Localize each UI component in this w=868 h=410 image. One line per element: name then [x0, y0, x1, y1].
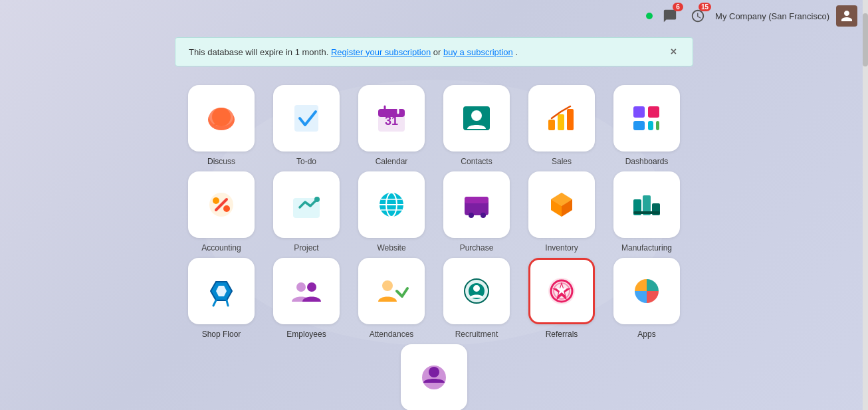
attendances-icon: [373, 272, 410, 310]
user-avatar[interactable]: [836, 5, 857, 27]
svg-rect-41: [633, 211, 660, 214]
calendar-icon: 31: [373, 100, 410, 137]
app-apps[interactable]: Apps: [607, 258, 687, 339]
app-partial[interactable]: [394, 344, 474, 410]
accounting-label: Accounting: [201, 243, 241, 253]
svg-point-21: [213, 197, 219, 204]
svg-point-24: [314, 197, 320, 202]
manufacturing-label: Manufacturing: [621, 243, 672, 253]
discuss-label: Discuss: [207, 157, 235, 166]
purchase-icon-wrapper: [443, 171, 510, 238]
svg-point-58: [429, 367, 439, 377]
app-row-1: Discuss To-do 31 Calendar: [181, 85, 687, 166]
inventory-icon-wrapper: [528, 171, 595, 238]
employees-icon: [288, 272, 325, 310]
project-icon: [288, 186, 325, 223]
discuss-icon: [203, 100, 240, 137]
project-icon-wrapper: [273, 171, 340, 238]
app-accounting[interactable]: Accounting: [181, 171, 261, 253]
apps-label: Apps: [637, 330, 655, 339]
dashboards-icon: [628, 100, 665, 137]
app-employees[interactable]: Employees: [267, 258, 346, 339]
svg-point-46: [307, 282, 316, 292]
todo-icon: [288, 100, 325, 137]
app-calendar[interactable]: 31 Calendar: [352, 85, 431, 166]
app-grid: Discuss To-do 31 Calendar: [0, 72, 868, 410]
accounting-icon: [203, 186, 240, 223]
app-row-3: Shop Floor Employees Atte: [181, 258, 687, 339]
website-icon: [373, 186, 410, 223]
status-indicator: [646, 13, 653, 19]
app-referrals[interactable]: Referrals: [522, 258, 601, 339]
app-project[interactable]: Project: [267, 171, 346, 253]
svg-rect-16: [633, 121, 645, 130]
banner-period: .: [515, 47, 518, 57]
topbar-icons: 6 15 My Company (San Francisco): [646, 5, 857, 27]
app-inventory[interactable]: Inventory: [522, 171, 601, 253]
app-dashboards[interactable]: Dashboards: [607, 85, 687, 166]
contacts-icon-wrapper: [443, 85, 510, 152]
dashboards-icon-wrapper: [613, 85, 680, 152]
employees-icon-wrapper: [273, 258, 340, 324]
svg-rect-11: [548, 120, 555, 130]
shopfloor-icon-wrapper: [188, 258, 255, 324]
svg-point-22: [223, 205, 230, 212]
calendar-label: Calendar: [376, 157, 408, 166]
website-icon-wrapper: [358, 171, 425, 238]
company-name: My Company (San Francisco): [715, 11, 829, 21]
partial-icon-wrapper: [401, 344, 467, 410]
partial-app-icon: [415, 359, 453, 396]
shopfloor-label: Shop Floor: [202, 330, 241, 339]
app-recruitment[interactable]: Recruitment: [437, 258, 516, 339]
todo-icon-wrapper: [273, 85, 340, 152]
accounting-icon-wrapper: [188, 171, 255, 238]
svg-rect-3: [294, 105, 318, 132]
app-todo[interactable]: To-do: [267, 85, 346, 166]
app-contacts[interactable]: Contacts: [437, 85, 516, 166]
employees-label: Employees: [286, 330, 326, 339]
messages-button[interactable]: 6: [659, 5, 681, 27]
recruitment-icon-wrapper: [443, 258, 510, 324]
shopfloor-icon: [203, 272, 240, 310]
apps-icon-wrapper: [613, 258, 680, 324]
app-row-4: [394, 344, 474, 410]
svg-rect-14: [633, 106, 645, 118]
purchase-icon: [458, 186, 495, 223]
svg-text:31: 31: [385, 114, 398, 128]
svg-point-47: [382, 280, 393, 291]
banner-message: This database will expire in 1 month.: [189, 47, 328, 57]
buy-link[interactable]: buy a subscription: [443, 47, 513, 57]
banner-text: This database will expire in 1 month. Re…: [189, 47, 518, 57]
expiry-banner: This database will expire in 1 month. Re…: [175, 37, 693, 66]
app-website[interactable]: Website: [352, 171, 431, 253]
project-label: Project: [294, 243, 318, 253]
app-purchase[interactable]: Purchase: [437, 171, 516, 253]
manufacturing-icon: [628, 186, 665, 223]
app-manufacturing[interactable]: Manufacturing: [607, 171, 687, 253]
svg-rect-15: [648, 106, 659, 118]
sales-icon-wrapper: [528, 85, 595, 152]
app-discuss[interactable]: Discuss: [181, 85, 261, 166]
app-sales[interactable]: Sales: [522, 85, 601, 166]
inventory-label: Inventory: [545, 243, 578, 253]
svg-point-50: [473, 285, 480, 292]
scrollbar[interactable]: [863, 0, 868, 410]
manufacturing-icon-wrapper: [613, 171, 680, 238]
inventory-icon: [543, 186, 580, 223]
app-shopfloor[interactable]: Shop Floor: [181, 258, 261, 339]
app-attendances[interactable]: Attendances: [352, 258, 431, 339]
svg-point-10: [471, 110, 482, 121]
activity-button[interactable]: 15: [687, 5, 708, 27]
todo-label: To-do: [296, 157, 316, 166]
banner-close-button[interactable]: ×: [668, 46, 679, 58]
referrals-label: Referrals: [546, 330, 578, 339]
register-link[interactable]: Register your subscription: [331, 47, 431, 57]
svg-rect-18: [656, 121, 659, 130]
topbar: 6 15 My Company (San Francisco): [0, 0, 868, 32]
activity-badge: 15: [699, 3, 711, 11]
attendances-label: Attendances: [370, 330, 414, 339]
recruitment-icon: [458, 272, 495, 310]
calendar-icon-wrapper: 31: [358, 85, 425, 152]
purchase-label: Purchase: [460, 243, 494, 253]
app-row-2: Accounting Project: [181, 171, 687, 253]
